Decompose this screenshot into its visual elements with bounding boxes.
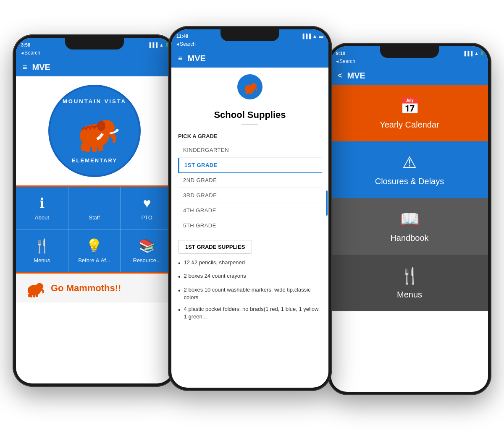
phone-left-screen: 3:58 ▐▐▐ ▲ ▮ ◂ Search ≡ MVE MOUNTAIN VIS…	[16, 38, 173, 383]
svg-rect-12	[28, 294, 30, 297]
tile-handbook[interactable]: 📖 Handbook	[331, 198, 488, 255]
supply-text-1: 12 #2 pencils, sharpened	[184, 259, 245, 266]
app-title-left: MVE	[32, 63, 50, 72]
resources-icon: 📚	[139, 238, 155, 254]
time-center: 11:48	[176, 34, 188, 39]
logo-section: MOUNTAIN VISTA	[16, 76, 173, 185]
supply-text-4: 4 plastic pocket folders, no brads(1 red…	[184, 305, 322, 321]
svg-rect-17	[251, 91, 253, 94]
menus-icon: 🍴	[34, 238, 50, 254]
grade-item-4[interactable]: 4TH GRADE	[178, 203, 322, 218]
menus-label: Menus	[34, 257, 50, 263]
supply-item-4: • 4 plastic pocket folders, no brads(1 r…	[178, 305, 322, 321]
scroll-indicator-center	[326, 190, 328, 216]
hamburger-left[interactable]: ≡	[23, 63, 27, 72]
bullet-4: •	[178, 305, 181, 315]
back-link-left[interactable]: ◂ Search	[16, 49, 173, 58]
supply-text-3: 2 boxes 10 count washable markers, wide …	[184, 286, 322, 301]
status-icons-center: ▐▐▐ ▲ ▬	[301, 34, 323, 39]
phone-left: 3:58 ▐▐▐ ▲ ▮ ◂ Search ≡ MVE MOUNTAIN VIS…	[13, 34, 176, 387]
menu-cell-about[interactable]: ℹ About	[16, 187, 68, 229]
signal-icon-right: ▐▐▐	[463, 51, 472, 56]
about-icon: ℹ	[39, 195, 45, 211]
grade-item-1[interactable]: 1ST GRADE	[178, 158, 322, 173]
time-left: 3:58	[21, 42, 30, 47]
menu-cell-staff[interactable]: 👤 Staff	[68, 187, 121, 229]
pto-icon: ♥	[143, 196, 151, 211]
pto-label: PTO	[141, 214, 152, 221]
go-mammoths-footer: Go Mammoths!!	[16, 272, 173, 302]
battery-icon-right: ▮	[480, 50, 483, 56]
bullet-2: •	[178, 272, 181, 282]
app-title-right: MVE	[347, 71, 365, 81]
tile-menus[interactable]: 🍴 Menus	[331, 255, 488, 311]
title-divider	[242, 124, 258, 125]
grade-item-k[interactable]: KINDERGARTEN	[178, 143, 322, 158]
calendar-label: Yearly Calendar	[380, 120, 439, 130]
wifi-icon-right: ▲	[474, 51, 479, 56]
grade-list: KINDERGARTEN 1ST GRADE 2ND GRADE 3RD GRA…	[178, 143, 322, 233]
menu-cell-before-after[interactable]: 💡 Before & Af...	[68, 229, 121, 272]
staff-icon: 👤	[86, 195, 102, 211]
menu-cell-resources[interactable]: 📚 Resource...	[121, 229, 173, 272]
menu-cell-menus[interactable]: 🍴 Menus	[16, 229, 68, 272]
battery-icon-center: ▬	[319, 34, 323, 39]
svg-rect-10	[33, 294, 35, 297]
menus-tile-label: Menus	[397, 290, 422, 300]
staff-label: Staff	[89, 214, 100, 221]
scene: 3:58 ▐▐▐ ▲ ▮ ◂ Search ≡ MVE MOUNTAIN VIS…	[4, 9, 500, 429]
supply-item-2: • 2 boxes 24 count crayons	[178, 272, 322, 282]
phone-right: 9:10 ▐▐▐ ▲ ▮ ◂ Search < MVE 📅 Yearly Cal…	[328, 43, 491, 395]
wifi-icon-center: ▲	[312, 34, 317, 39]
menu-cell-pto[interactable]: ♥ PTO	[121, 187, 173, 229]
tile-closures-delays[interactable]: ⚠ Closures & Delays	[331, 141, 488, 198]
back-link-right[interactable]: ◂ Search	[331, 57, 488, 67]
back-arrow-right: ◂	[336, 58, 339, 64]
svg-rect-3	[92, 144, 97, 152]
bullet-1: •	[178, 259, 181, 268]
menus-tile-icon: 🍴	[400, 266, 420, 285]
app-header-right: < MVE	[331, 67, 488, 85]
center-logo-circle	[237, 74, 262, 99]
back-link-center[interactable]: ◂ Search	[171, 40, 328, 50]
grade-item-2[interactable]: 2ND GRADE	[178, 173, 322, 188]
pick-grade-label: PICK A GRADE	[178, 133, 322, 139]
svg-rect-16	[249, 91, 251, 94]
phone-right-screen: 9:10 ▐▐▐ ▲ ▮ ◂ Search < MVE 📅 Yearly Cal…	[331, 46, 488, 392]
before-after-label: Before & Af...	[78, 257, 110, 263]
before-after-icon: 💡	[86, 238, 102, 254]
signal-icon-left: ▐▐▐	[148, 42, 158, 47]
hamburger-center[interactable]: ≡	[178, 54, 183, 63]
footer-mammoth-icon	[23, 279, 46, 297]
grade-item-5[interactable]: 5TH GRADE	[178, 218, 322, 233]
back-button-right[interactable]: <	[338, 71, 342, 80]
svg-rect-5	[81, 143, 86, 151]
notch-left	[65, 38, 124, 50]
supply-text-2: 2 boxes 24 count crayons	[184, 272, 246, 280]
svg-rect-18	[245, 91, 247, 94]
go-mammoths-text: Go Mammoths!!	[51, 283, 121, 294]
svg-rect-11	[36, 294, 38, 297]
svg-rect-4	[98, 144, 103, 151]
tile-yearly-calendar[interactable]: 📅 Yearly Calendar	[331, 85, 488, 141]
notch-right	[380, 46, 439, 58]
closures-label: Closures & Delays	[375, 177, 444, 186]
warning-icon: ⚠	[402, 153, 417, 172]
supplies-header: 1ST GRADE SUPPLIES	[178, 240, 252, 254]
supply-item-3: • 2 boxes 10 count washable markers, wid…	[178, 286, 322, 301]
supplies-section: 1ST GRADE SUPPLIES • 12 #2 pencils, shar…	[171, 235, 328, 330]
center-logo	[171, 68, 328, 106]
menu-grid: ℹ About 👤 Staff ♥ PTO 🍴 Menus 💡 Bef	[16, 185, 173, 272]
status-icons-left: ▐▐▐ ▲ ▮	[148, 42, 168, 47]
handbook-icon: 📖	[400, 210, 420, 228]
app-header-center: ≡ MVE	[171, 50, 328, 68]
app-title-center: MVE	[188, 54, 206, 63]
time-right: 9:10	[336, 51, 345, 56]
school-supplies-title: School Supplies	[171, 106, 328, 122]
resources-label: Resource...	[133, 257, 160, 263]
supply-item-1: • 12 #2 pencils, sharpened	[178, 259, 322, 268]
back-arrow-left: ◂	[21, 50, 24, 56]
mammoth-icon	[69, 110, 120, 152]
bullet-3: •	[178, 286, 181, 295]
grade-item-3[interactable]: 3RD GRADE	[178, 188, 322, 203]
